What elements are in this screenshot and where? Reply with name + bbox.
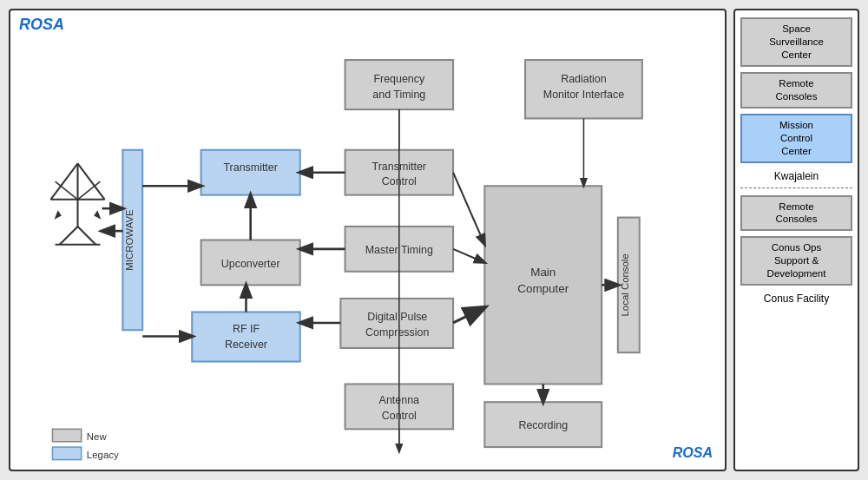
remote-consoles-2-box: Remote Consoles bbox=[740, 195, 852, 232]
svg-line-1 bbox=[50, 163, 77, 199]
svg-marker-9 bbox=[55, 210, 62, 219]
mt-to-mc-arrow bbox=[453, 249, 484, 263]
svg-text:Transmitter: Transmitter bbox=[223, 161, 277, 174]
svg-text:Local Console: Local Console bbox=[620, 253, 630, 316]
svg-line-6 bbox=[60, 227, 78, 245]
space-surveillance-box: Space Surveillance Center bbox=[740, 17, 852, 67]
remote-consoles-2-label: Remote Consoles bbox=[776, 201, 818, 227]
mission-control-label: Mission Control Center bbox=[779, 119, 813, 158]
conus-ops-label: Conus Ops Support & Development bbox=[767, 241, 826, 280]
right-panel: Space Surveillance Center Remote Console… bbox=[733, 9, 859, 471]
svg-text:Radiation: Radiation bbox=[561, 73, 607, 85]
legend-legacy-box bbox=[52, 447, 81, 460]
svg-text:Compression: Compression bbox=[365, 326, 429, 339]
svg-text:Computer: Computer bbox=[517, 282, 569, 295]
svg-text:and Timing: and Timing bbox=[372, 89, 425, 101]
svg-line-2 bbox=[78, 163, 105, 199]
dp-to-mc-arrow bbox=[453, 307, 484, 323]
svg-text:Main: Main bbox=[530, 266, 556, 279]
legend-legacy-label: Legacy bbox=[87, 450, 119, 460]
svg-line-7 bbox=[78, 227, 96, 245]
svg-text:Recording: Recording bbox=[518, 419, 568, 431]
svg-text:Monitor Interface: Monitor Interface bbox=[543, 89, 624, 101]
svg-text:Frequency: Frequency bbox=[373, 73, 425, 85]
kwajalein-label: Kwajalein bbox=[740, 170, 852, 182]
svg-text:RF   IF: RF IF bbox=[233, 323, 260, 335]
remote-consoles-1-box: Remote Consoles bbox=[740, 72, 852, 108]
outer-wrapper: ROSA MICROWAVE Tr bbox=[0, 0, 868, 480]
rosa-block: ROSA MICROWAVE Tr bbox=[9, 9, 727, 471]
legend-new-box bbox=[52, 429, 81, 442]
rf-receiver-box bbox=[192, 312, 299, 361]
antenna-icon bbox=[50, 163, 104, 244]
tc-to-mc-arrow bbox=[453, 173, 484, 245]
remote-consoles-1-label: Remote Consoles bbox=[776, 77, 818, 103]
svg-marker-10 bbox=[94, 210, 101, 219]
mission-control-box: Mission Control Center bbox=[740, 114, 852, 163]
facility-label: Conus Facility bbox=[740, 293, 852, 305]
space-surveillance-label: Space Surveillance Center bbox=[769, 23, 824, 62]
conus-ops-box: Conus Ops Support & Development bbox=[740, 236, 852, 286]
digital-pulse-box bbox=[340, 299, 453, 348]
legend-new-label: New bbox=[87, 431, 108, 442]
diagram-svg: MICROWAVE Transmitter Upconverter RF IF … bbox=[10, 10, 725, 470]
rosa-title-bottom: ROSA bbox=[673, 445, 713, 461]
microwave-label: MICROWAVE bbox=[124, 209, 135, 271]
svg-text:Upconverter: Upconverter bbox=[221, 258, 280, 270]
panel-divider bbox=[740, 187, 852, 188]
svg-line-4 bbox=[56, 181, 78, 200]
svg-text:Receiver: Receiver bbox=[225, 339, 267, 351]
svg-text:Digital Pulse: Digital Pulse bbox=[367, 311, 427, 323]
svg-line-5 bbox=[78, 181, 101, 200]
